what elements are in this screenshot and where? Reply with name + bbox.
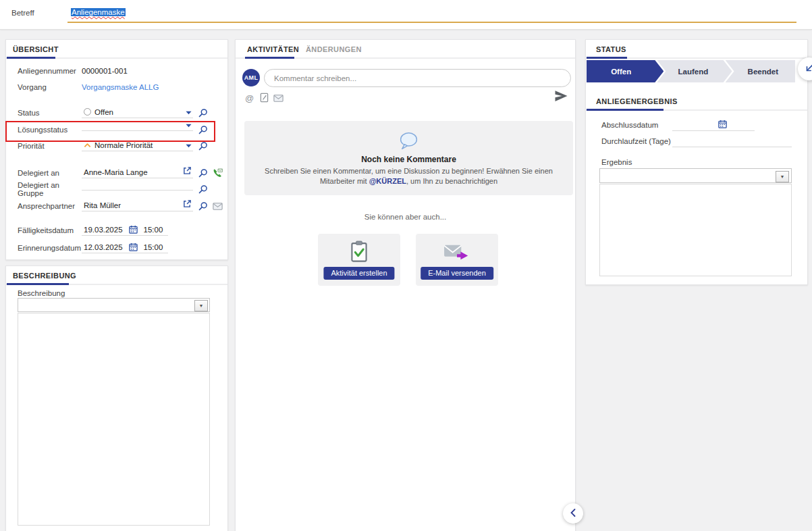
delegiert-an-value: Anne-Maria Lange	[84, 168, 148, 176]
status-label: Status	[18, 109, 82, 117]
anliegennummer-label: Anliegennummer	[18, 67, 82, 75]
send-icon[interactable]	[554, 90, 568, 102]
ergebnis-combobox[interactable]: ▼	[599, 168, 792, 183]
delegiert-an-open-record-icon[interactable]	[183, 166, 192, 175]
avatar: AML	[242, 69, 260, 86]
delegiert-an-search-icon[interactable]	[198, 168, 208, 178]
erinnerungsdatum-field[interactable]: 12.03.2025 15:00	[82, 243, 168, 253]
erinnerungsdatum-row: Erinnerungsdatum 12.03.2025 15:00	[18, 241, 168, 255]
ergebnis-textarea[interactable]	[599, 184, 792, 276]
status-steps: Offen Laufend Beendet	[587, 60, 795, 82]
send-email-card: E-Mail versenden	[416, 234, 498, 286]
faelligkeitsdatum-calendar-icon[interactable]	[129, 225, 138, 234]
no-comments-title: Noch keine Kommentare	[244, 155, 573, 164]
faelligkeitsdatum-field[interactable]: 19.03.2025 15:00	[82, 225, 168, 236]
anliegenergebnis-header: ANLIEGENERGEBNIS	[586, 95, 807, 111]
status-step-offen[interactable]: Offen	[587, 60, 664, 82]
delegiert-an-label: Delegiert an	[18, 169, 82, 177]
prioritaet-search-icon[interactable]	[198, 141, 208, 151]
loesungsstatus-dropdown-caret-icon[interactable]	[186, 124, 192, 128]
mention-kuerzel: @KÜRZEL	[369, 177, 406, 185]
comment-input[interactable]	[264, 69, 571, 87]
status-header: STATUS	[586, 40, 807, 59]
status-search-icon[interactable]	[198, 108, 208, 118]
ansprechpartner-label: Ansprechpartner	[18, 202, 82, 210]
delegiert-gruppe-field[interactable]	[82, 188, 193, 191]
no-comments-text-after: , um Ihn zu benachrichtigen	[406, 177, 497, 185]
status-step-laufend[interactable]: Laufend	[657, 60, 732, 82]
betreff-input[interactable]: Anliegenmaske	[67, 5, 796, 23]
anliegennummer-value: 0000001-001	[82, 67, 128, 75]
loesungsstatus-label: Lösungsstatus	[18, 126, 82, 134]
ansprechpartner-row: Ansprechpartner Rita Müller	[18, 199, 223, 213]
topbar: Betreff Anliegenmaske	[0, 0, 812, 30]
clipboard-check-icon	[318, 239, 400, 266]
mention-at-icon[interactable]: @	[245, 93, 254, 103]
erinnerungsdatum-time[interactable]: 15:00	[144, 243, 163, 251]
attach-mail-icon[interactable]	[273, 95, 283, 102]
status-field[interactable]: Offen	[82, 108, 193, 118]
ansprechpartner-search-icon[interactable]	[198, 201, 208, 211]
chevron-left-icon	[570, 509, 576, 518]
send-email-button[interactable]: E-Mail versenden	[421, 267, 493, 280]
app-window: Betreff Anliegenmaske ÜBERSICHT Anliegen…	[0, 0, 812, 531]
uebersicht-title: ÜBERSICHT	[13, 45, 59, 53]
durchlaufzeit-field[interactable]	[672, 135, 792, 147]
status-dropdown-caret-icon[interactable]	[186, 111, 192, 115]
delegiert-an-phone-mail-icon[interactable]	[213, 168, 223, 178]
anliegennummer-row: Anliegennummer 0000001-001	[18, 64, 128, 78]
status-value: Offen	[94, 108, 113, 116]
also-text: Sie können aber auch...	[236, 213, 575, 221]
faelligkeitsdatum-time[interactable]: 15:00	[144, 226, 163, 234]
anliegenergebnis-title: ANLIEGENERGEBNIS	[596, 97, 678, 105]
loesungsstatus-field[interactable]	[82, 129, 193, 131]
abschlussdatum-calendar-icon[interactable]	[718, 120, 727, 128]
status-step-offen-label: Offen	[611, 68, 631, 76]
create-activity-button[interactable]: Aktivität erstellen	[323, 267, 394, 280]
beschreibung-title: BESCHREIBUNG	[13, 272, 76, 280]
prioritaet-dropdown-caret-icon[interactable]	[186, 144, 192, 148]
ergebnis-label: Ergebnis	[601, 158, 632, 166]
note-pencil-icon[interactable]	[260, 93, 269, 103]
mail-forward-icon	[416, 243, 498, 263]
prioritaet-row: Priorität Normale Priorität	[18, 139, 208, 153]
status-step-beendet[interactable]: Beendet	[726, 60, 795, 82]
prioritaet-field[interactable]: Normale Priorität	[82, 141, 193, 151]
ansprechpartner-mail-icon[interactable]	[213, 203, 223, 210]
durchlaufzeit-row: Durchlaufzeit (Tage)	[601, 135, 792, 147]
priority-chevron-icon	[84, 143, 91, 148]
beschreibung-textarea[interactable]	[18, 313, 210, 526]
speech-bubble-icon	[244, 132, 573, 151]
status-step-laufend-label: Laufend	[678, 68, 709, 76]
vorgang-row: Vorgang Vorgangsmaske ALLG	[18, 80, 159, 94]
delegiert-gruppe-search-icon[interactable]	[198, 184, 208, 194]
prioritaet-value: Normale Priorität	[94, 141, 153, 149]
status-row: Status Offen	[18, 106, 208, 120]
loesungsstatus-search-icon[interactable]	[198, 125, 208, 134]
abschlussdatum-field[interactable]	[672, 119, 755, 131]
ergebnis-dropdown-button[interactable]: ▼	[776, 171, 789, 182]
beschreibung-active-underline	[7, 283, 69, 285]
delegiert-an-row: Delegiert an Anne-Maria Lange	[18, 166, 223, 180]
beschreibung-label: Beschreibung	[18, 289, 65, 297]
uebersicht-active-underline	[7, 57, 55, 59]
vorgang-link[interactable]: Vorgangsmaske ALLG	[82, 83, 159, 91]
dock-panel-button[interactable]	[798, 57, 812, 80]
erinnerungsdatum-label: Erinnerungsdatum	[18, 244, 82, 252]
erinnerungsdatum-date[interactable]: 12.03.2025	[84, 243, 123, 251]
tab-aenderungen[interactable]: ÄNDERUNGEN	[306, 45, 362, 53]
aktivitaeten-active-underline	[245, 57, 294, 59]
beschreibung-combobox[interactable]: ▼	[18, 298, 210, 312]
beschreibung-dropdown-button[interactable]: ▼	[194, 300, 208, 311]
uebersicht-header: ÜBERSICHT	[6, 40, 227, 59]
tab-aktivitaeten[interactable]: AKTIVITÄTEN	[247, 45, 299, 53]
ansprechpartner-open-record-icon[interactable]	[183, 199, 192, 208]
no-comments-text: Schreiben Sie einen Kommentar, um eine D…	[256, 166, 562, 186]
ansprechpartner-field[interactable]: Rita Müller	[82, 201, 193, 211]
collapse-panel-button[interactable]	[563, 503, 583, 524]
delegiert-an-field[interactable]: Anne-Maria Lange	[82, 168, 193, 178]
status-title: STATUS	[596, 45, 626, 53]
arrow-down-left-icon	[805, 64, 812, 74]
faelligkeitsdatum-date[interactable]: 19.03.2025	[84, 226, 123, 234]
erinnerungsdatum-calendar-icon[interactable]	[129, 243, 138, 251]
